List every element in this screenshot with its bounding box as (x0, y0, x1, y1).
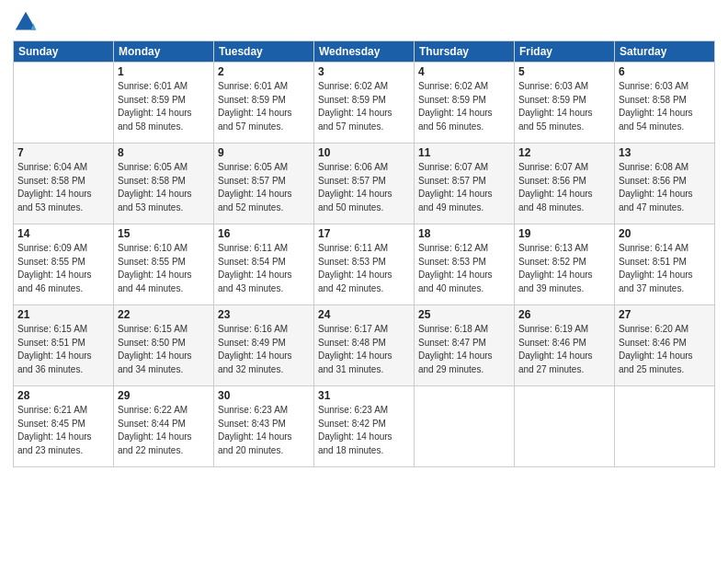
calendar-table: SundayMondayTuesdayWednesdayThursdayFrid… (13, 40, 715, 467)
cell-sun-info: Sunrise: 6:22 AMSunset: 8:44 PMDaylight:… (118, 404, 210, 457)
calendar-cell: 31Sunrise: 6:23 AMSunset: 8:42 PMDayligh… (314, 386, 415, 467)
cell-sun-info: Sunrise: 6:05 AMSunset: 8:58 PMDaylight:… (118, 161, 210, 214)
calendar-cell: 8Sunrise: 6:05 AMSunset: 8:58 PMDaylight… (114, 144, 214, 224)
calendar-cell: 22Sunrise: 6:15 AMSunset: 8:50 PMDayligh… (114, 305, 214, 386)
weekday-header-friday: Friday (515, 41, 615, 63)
calendar-cell: 7Sunrise: 6:04 AMSunset: 8:58 PMDaylight… (14, 144, 114, 224)
calendar-cell: 18Sunrise: 6:12 AMSunset: 8:53 PMDayligh… (415, 224, 515, 305)
calendar-week-row: 7Sunrise: 6:04 AMSunset: 8:58 PMDaylight… (14, 144, 715, 224)
cell-day-number: 3 (318, 65, 410, 78)
cell-day-number: 13 (619, 146, 711, 159)
weekday-header-sunday: Sunday (14, 41, 114, 63)
calendar-cell: 3Sunrise: 6:02 AMSunset: 8:59 PMDaylight… (314, 63, 415, 144)
cell-day-number: 30 (218, 389, 310, 402)
cell-day-number: 12 (518, 146, 610, 159)
header (13, 9, 715, 35)
calendar-cell: 24Sunrise: 6:17 AMSunset: 8:48 PMDayligh… (314, 305, 415, 386)
cell-sun-info: Sunrise: 6:01 AMSunset: 8:59 PMDaylight:… (218, 80, 310, 133)
cell-day-number: 24 (318, 308, 410, 321)
cell-day-number: 25 (418, 308, 510, 321)
cell-day-number: 6 (619, 65, 711, 78)
calendar-cell: 26Sunrise: 6:19 AMSunset: 8:46 PMDayligh… (515, 305, 615, 386)
cell-sun-info: Sunrise: 6:01 AMSunset: 8:59 PMDaylight:… (118, 80, 210, 133)
calendar-cell: 4Sunrise: 6:02 AMSunset: 8:59 PMDaylight… (415, 63, 515, 144)
cell-sun-info: Sunrise: 6:15 AMSunset: 8:50 PMDaylight:… (118, 323, 210, 376)
cell-sun-info: Sunrise: 6:05 AMSunset: 8:57 PMDaylight:… (218, 161, 310, 214)
calendar-cell: 13Sunrise: 6:08 AMSunset: 8:56 PMDayligh… (615, 144, 715, 224)
calendar-cell: 30Sunrise: 6:23 AMSunset: 8:43 PMDayligh… (214, 386, 314, 467)
cell-day-number: 21 (17, 308, 109, 321)
calendar-cell: 10Sunrise: 6:06 AMSunset: 8:57 PMDayligh… (314, 144, 415, 224)
cell-day-number: 1 (118, 65, 210, 78)
cell-day-number: 4 (418, 65, 510, 78)
calendar-cell (14, 63, 114, 144)
calendar-week-row: 21Sunrise: 6:15 AMSunset: 8:51 PMDayligh… (14, 305, 715, 386)
weekday-header-monday: Monday (114, 41, 214, 63)
calendar-cell: 16Sunrise: 6:11 AMSunset: 8:54 PMDayligh… (214, 224, 314, 305)
calendar-cell: 25Sunrise: 6:18 AMSunset: 8:47 PMDayligh… (415, 305, 515, 386)
calendar-cell: 28Sunrise: 6:21 AMSunset: 8:45 PMDayligh… (14, 386, 114, 467)
calendar-cell: 11Sunrise: 6:07 AMSunset: 8:57 PMDayligh… (415, 144, 515, 224)
cell-sun-info: Sunrise: 6:14 AMSunset: 8:51 PMDaylight:… (619, 242, 711, 295)
calendar-cell: 5Sunrise: 6:03 AMSunset: 8:59 PMDaylight… (515, 63, 615, 144)
cell-day-number: 19 (518, 227, 610, 240)
cell-sun-info: Sunrise: 6:09 AMSunset: 8:55 PMDaylight:… (17, 242, 109, 295)
cell-sun-info: Sunrise: 6:08 AMSunset: 8:56 PMDaylight:… (619, 161, 711, 214)
calendar-week-row: 28Sunrise: 6:21 AMSunset: 8:45 PMDayligh… (14, 386, 715, 467)
cell-day-number: 20 (619, 227, 711, 240)
cell-day-number: 14 (17, 227, 109, 240)
cell-day-number: 28 (17, 389, 109, 402)
cell-day-number: 23 (218, 308, 310, 321)
cell-sun-info: Sunrise: 6:02 AMSunset: 8:59 PMDaylight:… (318, 80, 410, 133)
cell-day-number: 31 (318, 389, 410, 402)
cell-day-number: 5 (518, 65, 610, 78)
calendar-cell: 17Sunrise: 6:11 AMSunset: 8:53 PMDayligh… (314, 224, 415, 305)
cell-day-number: 8 (118, 146, 210, 159)
calendar-cell: 6Sunrise: 6:03 AMSunset: 8:58 PMDaylight… (615, 63, 715, 144)
calendar-cell: 21Sunrise: 6:15 AMSunset: 8:51 PMDayligh… (14, 305, 114, 386)
calendar-week-row: 1Sunrise: 6:01 AMSunset: 8:59 PMDaylight… (14, 63, 715, 144)
cell-day-number: 29 (118, 389, 210, 402)
calendar-cell: 19Sunrise: 6:13 AMSunset: 8:52 PMDayligh… (515, 224, 615, 305)
cell-day-number: 27 (619, 308, 711, 321)
calendar-cell: 23Sunrise: 6:16 AMSunset: 8:49 PMDayligh… (214, 305, 314, 386)
cell-sun-info: Sunrise: 6:18 AMSunset: 8:47 PMDaylight:… (418, 323, 510, 376)
cell-sun-info: Sunrise: 6:11 AMSunset: 8:54 PMDaylight:… (218, 242, 310, 295)
cell-sun-info: Sunrise: 6:13 AMSunset: 8:52 PMDaylight:… (518, 242, 610, 295)
cell-sun-info: Sunrise: 6:16 AMSunset: 8:49 PMDaylight:… (218, 323, 310, 376)
cell-sun-info: Sunrise: 6:12 AMSunset: 8:53 PMDaylight:… (418, 242, 510, 295)
logo (13, 9, 42, 35)
cell-day-number: 16 (218, 227, 310, 240)
calendar-cell (615, 386, 715, 467)
cell-day-number: 11 (418, 146, 510, 159)
calendar-cell: 15Sunrise: 6:10 AMSunset: 8:55 PMDayligh… (114, 224, 214, 305)
cell-sun-info: Sunrise: 6:21 AMSunset: 8:45 PMDaylight:… (17, 404, 109, 457)
cell-day-number: 17 (318, 227, 410, 240)
cell-day-number: 9 (218, 146, 310, 159)
weekday-header-row: SundayMondayTuesdayWednesdayThursdayFrid… (14, 41, 715, 63)
cell-sun-info: Sunrise: 6:06 AMSunset: 8:57 PMDaylight:… (318, 161, 410, 214)
cell-sun-info: Sunrise: 6:07 AMSunset: 8:57 PMDaylight:… (418, 161, 510, 214)
cell-sun-info: Sunrise: 6:15 AMSunset: 8:51 PMDaylight:… (17, 323, 109, 376)
logo-icon (13, 9, 39, 35)
calendar-cell: 1Sunrise: 6:01 AMSunset: 8:59 PMDaylight… (114, 63, 214, 144)
cell-sun-info: Sunrise: 6:03 AMSunset: 8:58 PMDaylight:… (619, 80, 711, 133)
weekday-header-wednesday: Wednesday (314, 41, 415, 63)
cell-day-number: 2 (218, 65, 310, 78)
calendar-cell (415, 386, 515, 467)
calendar-cell: 2Sunrise: 6:01 AMSunset: 8:59 PMDaylight… (214, 63, 314, 144)
weekday-header-thursday: Thursday (415, 41, 515, 63)
calendar-cell: 9Sunrise: 6:05 AMSunset: 8:57 PMDaylight… (214, 144, 314, 224)
cell-day-number: 18 (418, 227, 510, 240)
cell-sun-info: Sunrise: 6:10 AMSunset: 8:55 PMDaylight:… (118, 242, 210, 295)
cell-sun-info: Sunrise: 6:04 AMSunset: 8:58 PMDaylight:… (17, 161, 109, 214)
cell-sun-info: Sunrise: 6:19 AMSunset: 8:46 PMDaylight:… (518, 323, 610, 376)
calendar-cell: 29Sunrise: 6:22 AMSunset: 8:44 PMDayligh… (114, 386, 214, 467)
calendar-cell: 14Sunrise: 6:09 AMSunset: 8:55 PMDayligh… (14, 224, 114, 305)
cell-sun-info: Sunrise: 6:07 AMSunset: 8:56 PMDaylight:… (518, 161, 610, 214)
cell-day-number: 10 (318, 146, 410, 159)
cell-sun-info: Sunrise: 6:23 AMSunset: 8:42 PMDaylight:… (318, 404, 410, 457)
weekday-header-tuesday: Tuesday (214, 41, 314, 63)
weekday-header-saturday: Saturday (615, 41, 715, 63)
cell-sun-info: Sunrise: 6:20 AMSunset: 8:46 PMDaylight:… (619, 323, 711, 376)
